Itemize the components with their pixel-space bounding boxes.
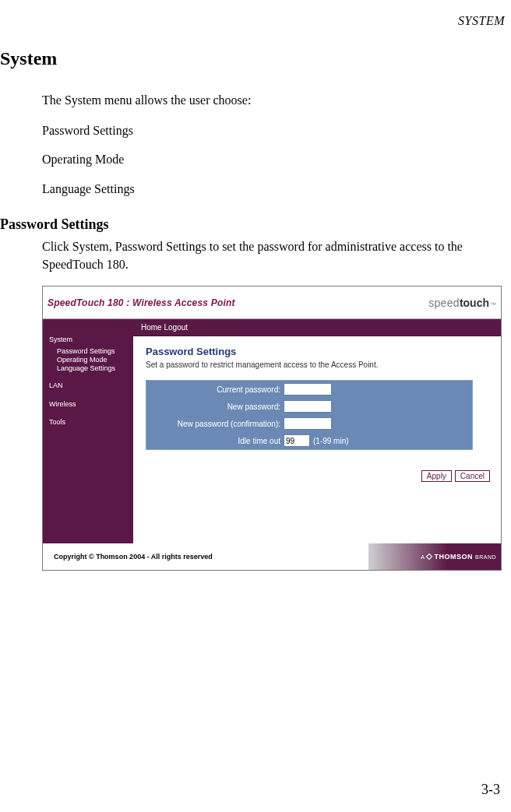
brand-tm: ™ bbox=[490, 301, 496, 308]
sidebar-subitem-operating-mode[interactable]: Operating Mode bbox=[57, 356, 133, 364]
password-settings-body: Click System, Password Settings to set t… bbox=[42, 237, 502, 273]
thomson-brand-badge: A THOMSON BRAND bbox=[421, 553, 496, 561]
thomson-brandword: BRAND bbox=[475, 554, 496, 560]
sidebar-subitem-language-settings[interactable]: Language Settings bbox=[57, 364, 133, 373]
thomson-stripe: A THOMSON BRAND bbox=[368, 543, 501, 570]
sidebar-item-system[interactable]: System bbox=[49, 335, 133, 346]
thomson-logo-icon bbox=[426, 554, 432, 560]
heading-system: System bbox=[0, 48, 502, 69]
embedded-screenshot: SpeedTouch 180 : Wireless Access Point s… bbox=[42, 286, 502, 571]
current-password-label: Current password: bbox=[151, 385, 284, 394]
screenshot-header: SpeedTouch 180 : Wireless Access Point s… bbox=[43, 286, 501, 319]
intro-text: The System menu allows the user choose: bbox=[42, 91, 502, 109]
panel-title: Password Settings bbox=[133, 336, 501, 360]
menu-item-language-settings: Language Settings bbox=[42, 180, 502, 198]
current-password-input[interactable] bbox=[284, 383, 332, 395]
sidebar-item-lan[interactable]: LAN bbox=[49, 381, 133, 392]
idle-timeout-input[interactable] bbox=[284, 434, 310, 447]
sidebar-item-wireless[interactable]: Wireless bbox=[49, 399, 133, 410]
apply-button[interactable]: Apply bbox=[421, 470, 452, 482]
copyright-text: Copyright © Thomson 2004 - All rights re… bbox=[54, 553, 213, 561]
idle-timeout-hint: (1-99 min) bbox=[313, 437, 349, 445]
new-password-label: New password: bbox=[151, 402, 284, 411]
page-number: 3-3 bbox=[481, 782, 500, 798]
brand-part-speed: speed bbox=[428, 297, 460, 309]
password-form: Current password: New password: New pass… bbox=[146, 380, 473, 450]
cancel-button[interactable]: Cancel bbox=[455, 470, 490, 482]
running-head: SYSTEM bbox=[458, 14, 505, 28]
confirm-password-input[interactable] bbox=[284, 417, 332, 430]
new-password-input[interactable] bbox=[284, 400, 332, 413]
heading-password-settings: Password Settings bbox=[0, 216, 502, 233]
sidebar-subitem-password-settings[interactable]: Password Settings bbox=[57, 347, 133, 356]
idle-timeout-label: Idle time out bbox=[151, 437, 284, 445]
menu-item-operating-mode: Operating Mode bbox=[42, 150, 502, 168]
page-content: System The System menu allows the user c… bbox=[0, 0, 502, 571]
confirm-password-label: New password (confirmation): bbox=[151, 420, 284, 428]
panel-subtitle: Set a password to restrict management ac… bbox=[133, 360, 501, 380]
screenshot-sidebar: System Password Settings Operating Mode … bbox=[43, 319, 133, 543]
device-title: SpeedTouch 180 : Wireless Access Point bbox=[48, 297, 235, 308]
thomson-a: A bbox=[421, 554, 425, 560]
thomson-name: THOMSON bbox=[434, 553, 473, 561]
sidebar-item-tools[interactable]: Tools bbox=[49, 417, 133, 428]
brand-part-touch: touch bbox=[460, 297, 489, 309]
speedtouch-logo: speedtouch™ bbox=[428, 297, 496, 309]
menu-item-password-settings: Password Settings bbox=[42, 121, 502, 139]
top-toolbar[interactable]: Home Logout bbox=[133, 319, 501, 336]
